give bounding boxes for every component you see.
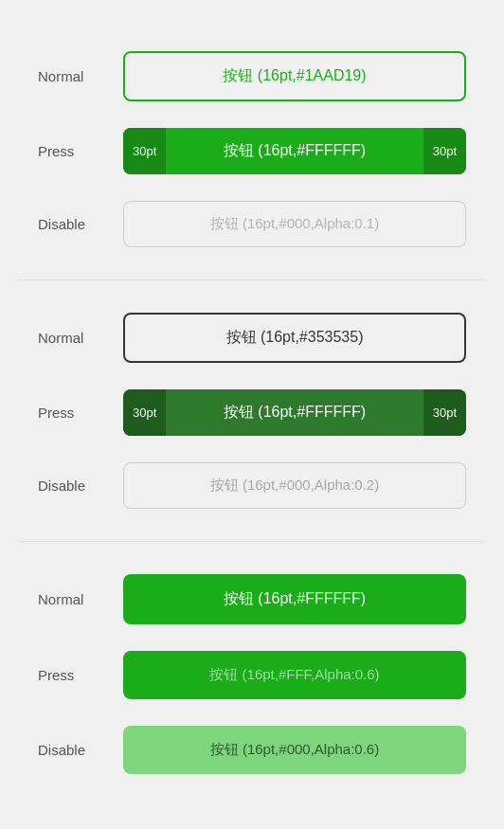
btn-wrap-press-1: 30pt 按钮 (16pt,#FFFFFF) 30pt bbox=[123, 128, 466, 174]
side-right-1: 30pt bbox=[423, 128, 466, 174]
row-normal-3: Normal 按钮 (16pt,#FFFFFF) bbox=[38, 561, 466, 638]
btn-wrap-normal-2: 按钮 (16pt,#353535) bbox=[123, 313, 466, 363]
btn-disabled-medium: 按钮 (16pt,#000,Alpha:0.2) bbox=[123, 462, 466, 509]
divider-2 bbox=[19, 541, 485, 542]
row-normal-1: Normal 按钮 (16pt,#1AAD19) bbox=[38, 38, 466, 115]
label-press-3: Press bbox=[38, 667, 123, 683]
row-press-1: Press 30pt 按钮 (16pt,#FFFFFF) 30pt bbox=[38, 115, 466, 188]
label-press-1: Press bbox=[38, 143, 123, 159]
row-disable-3: Disable 按钮 (16pt,#000,Alpha:0.6) bbox=[38, 712, 466, 787]
label-disable-2: Disable bbox=[38, 478, 123, 494]
section-1: Normal 按钮 (16pt,#1AAD19) Press 30pt 按钮 (… bbox=[0, 28, 504, 270]
btn-disabled-green-alpha: 按钮 (16pt,#000,Alpha:0.6) bbox=[123, 726, 466, 774]
side-left-2: 30pt bbox=[123, 389, 166, 436]
row-press-2: Press 30pt 按钮 (16pt,#FFFFFF) 30pt bbox=[38, 376, 466, 449]
label-disable-3: Disable bbox=[38, 742, 123, 758]
btn-disabled-light: 按钮 (16pt,#000,Alpha:0.1) bbox=[123, 201, 466, 247]
section-3: Normal 按钮 (16pt,#FFFFFF) Press 按钮 (16pt,… bbox=[0, 551, 504, 797]
label-press-2: Press bbox=[38, 405, 123, 421]
section-2: Normal 按钮 (16pt,#353535) Press 30pt 按钮 (… bbox=[0, 290, 504, 532]
label-normal-3: Normal bbox=[38, 591, 123, 607]
btn-wrap-disable-3: 按钮 (16pt,#000,Alpha:0.6) bbox=[123, 726, 466, 774]
btn-wrap-press-3: 按钮 (16pt,#FFF,Alpha:0.6) bbox=[123, 651, 466, 699]
label-disable-1: Disable bbox=[38, 216, 123, 232]
btn-center-text-2: 按钮 (16pt,#FFFFFF) bbox=[123, 403, 466, 423]
divider-1 bbox=[19, 279, 485, 280]
row-disable-2: Disable 按钮 (16pt,#000,Alpha:0.2) bbox=[38, 449, 466, 522]
row-disable-1: Disable 按钮 (16pt,#000,Alpha:0.1) bbox=[38, 188, 466, 261]
btn-wrap-disable-1: 按钮 (16pt,#000,Alpha:0.1) bbox=[123, 201, 466, 247]
label-normal-1: Normal bbox=[38, 68, 123, 84]
label-normal-2: Normal bbox=[38, 330, 123, 346]
btn-filled-green[interactable]: 按钮 (16pt,#FFFFFF) bbox=[123, 574, 466, 624]
btn-pressed-green[interactable]: 30pt 按钮 (16pt,#FFFFFF) 30pt bbox=[123, 128, 466, 174]
btn-center-text-1: 按钮 (16pt,#FFFFFF) bbox=[123, 141, 466, 161]
btn-pressed-dark[interactable]: 30pt 按钮 (16pt,#FFFFFF) 30pt bbox=[123, 389, 466, 436]
btn-pressed-alpha[interactable]: 按钮 (16pt,#FFF,Alpha:0.6) bbox=[123, 651, 466, 699]
btn-wrap-normal-1: 按钮 (16pt,#1AAD19) bbox=[123, 51, 466, 101]
btn-outlined-dark[interactable]: 按钮 (16pt,#353535) bbox=[123, 313, 466, 363]
row-press-3: Press 按钮 (16pt,#FFF,Alpha:0.6) bbox=[38, 638, 466, 712]
btn-wrap-normal-3: 按钮 (16pt,#FFFFFF) bbox=[123, 574, 466, 624]
side-right-2: 30pt bbox=[423, 389, 466, 436]
btn-wrap-disable-2: 按钮 (16pt,#000,Alpha:0.2) bbox=[123, 462, 466, 509]
btn-wrap-press-2: 30pt 按钮 (16pt,#FFFFFF) 30pt bbox=[123, 389, 466, 436]
row-normal-2: Normal 按钮 (16pt,#353535) bbox=[38, 299, 466, 376]
side-left-1: 30pt bbox=[123, 128, 166, 174]
btn-outlined-green[interactable]: 按钮 (16pt,#1AAD19) bbox=[123, 51, 466, 101]
